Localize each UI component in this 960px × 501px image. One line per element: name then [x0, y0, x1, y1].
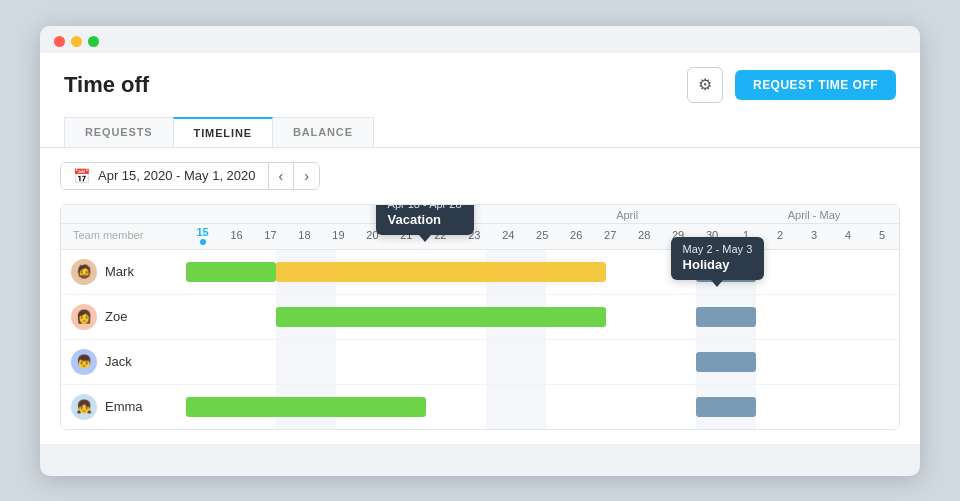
time-bar — [276, 307, 606, 327]
date-4: 4 — [831, 223, 865, 249]
header-top: Time off ⚙ REQUEST TIME OFF — [64, 67, 896, 103]
member-name: Jack — [105, 354, 132, 369]
calendar-icon: 📅 — [73, 168, 90, 184]
gear-icon: ⚙ — [698, 75, 712, 94]
group-header-april2: April — [525, 205, 729, 224]
date-range-picker: 📅 Apr 15, 2020 - May 1, 2020 ‹ › — [60, 162, 320, 190]
date-29: 29 — [661, 223, 695, 249]
time-bar — [186, 397, 426, 417]
app-window: Time off ⚙ REQUEST TIME OFF REQUESTS TIM… — [40, 26, 920, 476]
bar-cell: Apr 18 - Apr 28Vacation — [186, 249, 899, 294]
page-title: Time off — [64, 72, 149, 98]
time-bar — [696, 352, 756, 372]
time-bar — [276, 262, 606, 282]
group-header-empty — [186, 205, 288, 224]
minimize-dot[interactable] — [71, 36, 82, 47]
date-header-row: Team member 15 16 17 18 19 20 21 22 23 2… — [61, 223, 899, 249]
date-16: 16 — [220, 223, 254, 249]
time-bar — [696, 262, 756, 282]
date-5: 5 — [865, 223, 899, 249]
date-18: 18 — [287, 223, 321, 249]
prev-date-button[interactable]: ‹ — [269, 163, 295, 189]
group-header-row: April April April - May — [61, 205, 899, 224]
tab-timeline[interactable]: TIMELINE — [173, 117, 273, 147]
time-bar — [696, 307, 756, 327]
date-range-text: Apr 15, 2020 - May 1, 2020 — [98, 168, 256, 183]
date-28: 28 — [627, 223, 661, 249]
table-row: 👧 Emma — [61, 384, 899, 429]
date-range-label: 📅 Apr 15, 2020 - May 1, 2020 — [61, 163, 269, 189]
avatar: 👧 — [71, 394, 97, 420]
table-row: 🧔 Mark Apr 18 - Apr 28Vacation — [61, 249, 899, 294]
tab-balance[interactable]: BALANCE — [272, 117, 374, 147]
maximize-dot[interactable] — [88, 36, 99, 47]
date-2: 2 — [763, 223, 797, 249]
date-23: 23 — [457, 223, 491, 249]
date-17: 17 — [254, 223, 288, 249]
member-cell: 👦 Jack — [61, 339, 186, 384]
bar-cell: May 2 - May 3Holiday — [186, 294, 899, 339]
member-cell: 🧔 Mark — [61, 249, 186, 294]
date-3: 3 — [797, 223, 831, 249]
date-27: 27 — [593, 223, 627, 249]
close-dot[interactable] — [54, 36, 65, 47]
table-row: 👩 Zoe May 2 - May 3Holiday — [61, 294, 899, 339]
settings-button[interactable]: ⚙ — [687, 67, 723, 103]
header: Time off ⚙ REQUEST TIME OFF REQUESTS TIM… — [40, 53, 920, 148]
date-22: 22 — [423, 223, 457, 249]
group-header-april1: April — [287, 205, 525, 224]
date-24: 24 — [491, 223, 525, 249]
content-area: 📅 Apr 15, 2020 - May 1, 2020 ‹ › — [40, 148, 920, 444]
avatar: 🧔 — [71, 259, 97, 285]
tabs: REQUESTS TIMELINE BALANCE — [64, 117, 896, 147]
tab-requests[interactable]: REQUESTS — [64, 117, 174, 147]
date-nav: 📅 Apr 15, 2020 - May 1, 2020 ‹ › — [60, 162, 900, 190]
member-name: Mark — [105, 264, 134, 279]
bar-cell — [186, 384, 899, 429]
timeline-container: April April April - May Team member 15 — [60, 204, 900, 430]
header-actions: ⚙ REQUEST TIME OFF — [687, 67, 896, 103]
member-name: Emma — [105, 399, 143, 414]
next-date-button[interactable]: › — [294, 163, 319, 189]
request-time-off-button[interactable]: REQUEST TIME OFF — [735, 70, 896, 100]
date-1: 1 — [729, 223, 763, 249]
table-row: 👦 Jack — [61, 339, 899, 384]
date-26: 26 — [559, 223, 593, 249]
avatar: 👦 — [71, 349, 97, 375]
member-col-date-header: Team member — [61, 223, 186, 249]
date-21: 21 — [389, 223, 423, 249]
group-header-april-may: April - May — [729, 205, 899, 224]
timeline-table: April April April - May Team member 15 — [61, 205, 899, 429]
member-col-header — [61, 205, 186, 224]
titlebar — [40, 26, 920, 53]
member-cell: 👩 Zoe — [61, 294, 186, 339]
member-name: Zoe — [105, 309, 127, 324]
date-30: 30 — [695, 223, 729, 249]
date-25: 25 — [525, 223, 559, 249]
member-cell: 👧 Emma — [61, 384, 186, 429]
date-20: 20 — [355, 223, 389, 249]
date-15: 15 — [186, 223, 220, 249]
time-bar — [696, 397, 756, 417]
avatar: 👩 — [71, 304, 97, 330]
date-19: 19 — [321, 223, 355, 249]
time-bar — [186, 262, 276, 282]
bar-cell — [186, 339, 899, 384]
timeline-body: 🧔 Mark Apr 18 - Apr 28Vacation 👩 Zoe May… — [61, 249, 899, 429]
